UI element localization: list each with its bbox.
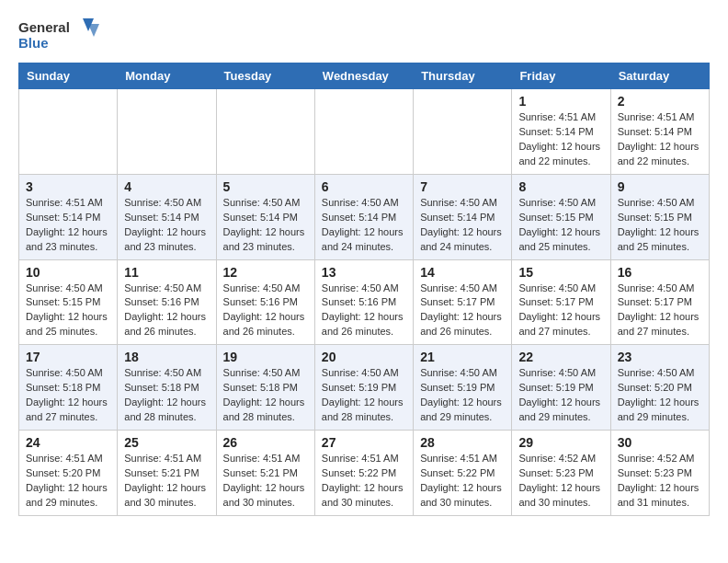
day-number: 25 bbox=[124, 435, 209, 450]
day-number: 29 bbox=[518, 435, 603, 450]
day-info: Sunrise: 4:51 AM Sunset: 5:22 PM Dayligh… bbox=[322, 452, 406, 511]
calendar-cell bbox=[216, 89, 314, 175]
calendar-cell: 2Sunrise: 4:51 AM Sunset: 5:14 PM Daylig… bbox=[610, 89, 709, 175]
day-info: Sunrise: 4:50 AM Sunset: 5:19 PM Dayligh… bbox=[322, 366, 406, 425]
day-info: Sunrise: 4:50 AM Sunset: 5:18 PM Dayligh… bbox=[26, 366, 110, 425]
day-info: Sunrise: 4:50 AM Sunset: 5:18 PM Dayligh… bbox=[124, 366, 209, 425]
calendar-cell: 22Sunrise: 4:50 AM Sunset: 5:19 PM Dayli… bbox=[512, 345, 610, 431]
calendar-cell: 18Sunrise: 4:50 AM Sunset: 5:18 PM Dayli… bbox=[118, 345, 216, 431]
calendar-week-1: 1Sunrise: 4:51 AM Sunset: 5:14 PM Daylig… bbox=[19, 89, 710, 175]
calendar-cell bbox=[414, 89, 512, 175]
day-number: 13 bbox=[322, 265, 406, 280]
calendar-cell bbox=[19, 89, 118, 175]
weekday-header-tuesday: Tuesday bbox=[216, 63, 314, 89]
weekday-header-friday: Friday bbox=[512, 63, 610, 89]
day-info: Sunrise: 4:51 AM Sunset: 5:22 PM Dayligh… bbox=[420, 452, 505, 511]
calendar-cell: 14Sunrise: 4:50 AM Sunset: 5:17 PM Dayli… bbox=[414, 259, 512, 345]
weekday-header-row: SundayMondayTuesdayWednesdayThursdayFrid… bbox=[19, 63, 710, 89]
day-info: Sunrise: 4:52 AM Sunset: 5:23 PM Dayligh… bbox=[618, 452, 702, 511]
day-info: Sunrise: 4:50 AM Sunset: 5:20 PM Dayligh… bbox=[618, 366, 702, 425]
day-info: Sunrise: 4:50 AM Sunset: 5:16 PM Dayligh… bbox=[223, 282, 308, 340]
day-info: Sunrise: 4:50 AM Sunset: 5:15 PM Dayligh… bbox=[26, 282, 110, 340]
day-info: Sunrise: 4:50 AM Sunset: 5:18 PM Dayligh… bbox=[223, 366, 308, 425]
day-number: 18 bbox=[124, 350, 209, 364]
calendar-cell: 3Sunrise: 4:51 AM Sunset: 5:14 PM Daylig… bbox=[19, 174, 118, 259]
calendar-week-2: 3Sunrise: 4:51 AM Sunset: 5:14 PM Daylig… bbox=[19, 174, 710, 259]
weekday-header-sunday: Sunday bbox=[19, 63, 118, 89]
day-number: 19 bbox=[223, 350, 308, 364]
day-number: 27 bbox=[322, 435, 406, 450]
day-number: 3 bbox=[26, 179, 110, 194]
calendar-cell: 29Sunrise: 4:52 AM Sunset: 5:23 PM Dayli… bbox=[512, 431, 610, 516]
calendar-cell: 17Sunrise: 4:50 AM Sunset: 5:18 PM Dayli… bbox=[19, 345, 118, 431]
page-header: General Blue bbox=[0, 0, 728, 63]
day-info: Sunrise: 4:50 AM Sunset: 5:19 PM Dayligh… bbox=[518, 366, 603, 425]
day-number: 1 bbox=[518, 94, 603, 109]
day-number: 26 bbox=[223, 435, 308, 450]
day-info: Sunrise: 4:51 AM Sunset: 5:21 PM Dayligh… bbox=[223, 452, 308, 511]
logo: General Blue bbox=[18, 17, 101, 53]
day-number: 14 bbox=[420, 265, 505, 280]
day-number: 5 bbox=[223, 179, 308, 194]
day-number: 17 bbox=[26, 350, 110, 364]
calendar-cell: 10Sunrise: 4:50 AM Sunset: 5:15 PM Dayli… bbox=[19, 259, 118, 345]
day-number: 23 bbox=[618, 350, 702, 364]
day-number: 20 bbox=[322, 350, 406, 364]
day-number: 11 bbox=[124, 265, 209, 280]
calendar-cell: 28Sunrise: 4:51 AM Sunset: 5:22 PM Dayli… bbox=[414, 431, 512, 516]
day-number: 8 bbox=[518, 179, 603, 194]
day-number: 15 bbox=[518, 265, 603, 280]
day-number: 28 bbox=[420, 435, 505, 450]
calendar-cell: 25Sunrise: 4:51 AM Sunset: 5:21 PM Dayli… bbox=[118, 431, 216, 516]
day-info: Sunrise: 4:50 AM Sunset: 5:15 PM Dayligh… bbox=[618, 196, 702, 255]
calendar-cell: 9Sunrise: 4:50 AM Sunset: 5:15 PM Daylig… bbox=[610, 174, 709, 259]
day-info: Sunrise: 4:50 AM Sunset: 5:19 PM Dayligh… bbox=[420, 366, 505, 425]
day-number: 24 bbox=[26, 435, 110, 450]
calendar-cell: 5Sunrise: 4:50 AM Sunset: 5:14 PM Daylig… bbox=[216, 174, 314, 259]
calendar-week-4: 17Sunrise: 4:50 AM Sunset: 5:18 PM Dayli… bbox=[19, 345, 710, 431]
calendar-cell: 21Sunrise: 4:50 AM Sunset: 5:19 PM Dayli… bbox=[414, 345, 512, 431]
day-info: Sunrise: 4:50 AM Sunset: 5:17 PM Dayligh… bbox=[518, 282, 603, 340]
day-number: 12 bbox=[223, 265, 308, 280]
day-number: 16 bbox=[618, 265, 702, 280]
calendar-cell: 20Sunrise: 4:50 AM Sunset: 5:19 PM Dayli… bbox=[314, 345, 413, 431]
calendar-week-5: 24Sunrise: 4:51 AM Sunset: 5:20 PM Dayli… bbox=[19, 431, 710, 516]
day-number: 22 bbox=[518, 350, 603, 364]
day-info: Sunrise: 4:51 AM Sunset: 5:21 PM Dayligh… bbox=[124, 452, 209, 511]
day-number: 30 bbox=[618, 435, 702, 450]
day-number: 10 bbox=[26, 265, 110, 280]
day-info: Sunrise: 4:50 AM Sunset: 5:14 PM Dayligh… bbox=[420, 196, 505, 255]
day-number: 7 bbox=[420, 179, 505, 194]
day-info: Sunrise: 4:50 AM Sunset: 5:17 PM Dayligh… bbox=[618, 282, 702, 340]
day-number: 21 bbox=[420, 350, 505, 364]
day-number: 9 bbox=[618, 179, 702, 194]
day-info: Sunrise: 4:50 AM Sunset: 5:16 PM Dayligh… bbox=[124, 282, 209, 340]
calendar-cell: 7Sunrise: 4:50 AM Sunset: 5:14 PM Daylig… bbox=[414, 174, 512, 259]
day-info: Sunrise: 4:51 AM Sunset: 5:14 PM Dayligh… bbox=[26, 196, 110, 255]
day-number: 6 bbox=[322, 179, 406, 194]
calendar-cell: 15Sunrise: 4:50 AM Sunset: 5:17 PM Dayli… bbox=[512, 259, 610, 345]
calendar-cell: 6Sunrise: 4:50 AM Sunset: 5:14 PM Daylig… bbox=[314, 174, 413, 259]
calendar-cell: 11Sunrise: 4:50 AM Sunset: 5:16 PM Dayli… bbox=[118, 259, 216, 345]
day-number: 4 bbox=[124, 179, 209, 194]
weekday-header-wednesday: Wednesday bbox=[314, 63, 413, 89]
calendar-cell: 1Sunrise: 4:51 AM Sunset: 5:14 PM Daylig… bbox=[512, 89, 610, 175]
day-info: Sunrise: 4:51 AM Sunset: 5:14 PM Dayligh… bbox=[518, 110, 603, 169]
day-number: 2 bbox=[618, 94, 702, 109]
day-info: Sunrise: 4:52 AM Sunset: 5:23 PM Dayligh… bbox=[518, 452, 603, 511]
calendar-cell: 13Sunrise: 4:50 AM Sunset: 5:16 PM Dayli… bbox=[314, 259, 413, 345]
calendar-cell: 27Sunrise: 4:51 AM Sunset: 5:22 PM Dayli… bbox=[314, 431, 413, 516]
calendar-week-3: 10Sunrise: 4:50 AM Sunset: 5:15 PM Dayli… bbox=[19, 259, 710, 345]
calendar-cell bbox=[118, 89, 216, 175]
calendar-cell: 19Sunrise: 4:50 AM Sunset: 5:18 PM Dayli… bbox=[216, 345, 314, 431]
day-info: Sunrise: 4:50 AM Sunset: 5:14 PM Dayligh… bbox=[322, 196, 406, 255]
svg-text:Blue: Blue bbox=[18, 35, 49, 51]
weekday-header-monday: Monday bbox=[118, 63, 216, 89]
logo-svg: General Blue bbox=[18, 17, 101, 53]
svg-text:General: General bbox=[18, 19, 70, 35]
calendar-table: SundayMondayTuesdayWednesdayThursdayFrid… bbox=[18, 63, 710, 516]
day-info: Sunrise: 4:51 AM Sunset: 5:14 PM Dayligh… bbox=[618, 110, 702, 169]
calendar-cell bbox=[314, 89, 413, 175]
calendar-cell: 12Sunrise: 4:50 AM Sunset: 5:16 PM Dayli… bbox=[216, 259, 314, 345]
calendar-container: SundayMondayTuesdayWednesdayThursdayFrid… bbox=[0, 63, 728, 525]
